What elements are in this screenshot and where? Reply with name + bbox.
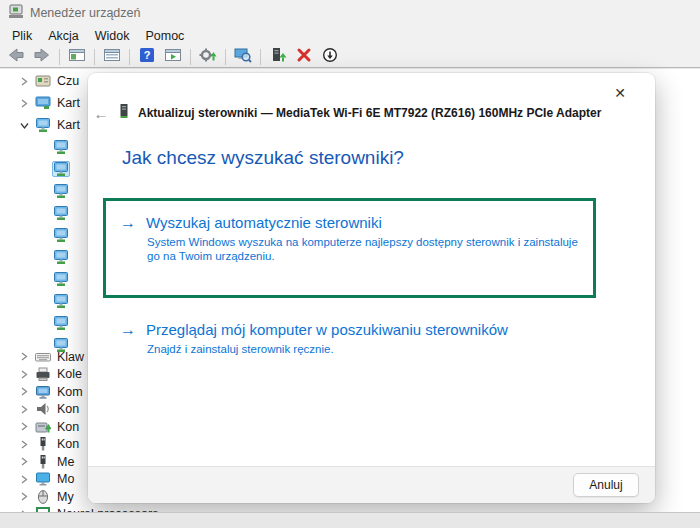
dialog-heading: Jak chcesz wyszukać sterowniki? [122,147,404,169]
update-drivers-dialog: ✕ ← Aktualizuj sterowniki — MediaTek Wi-… [88,73,655,503]
chevron-right-icon[interactable] [18,351,30,362]
chevron-down-icon[interactable] [18,120,30,131]
network-adapter-icon [52,271,70,287]
option-browse-computer[interactable]: → Przeglądaj mój komputer w poszukiwaniu… [103,320,596,356]
display-adapter-icon [34,95,52,111]
chevron-right-icon[interactable] [18,421,30,432]
uninstall-device-icon [295,47,313,67]
chevron-right-icon[interactable] [18,386,30,397]
usb-icon [34,436,52,452]
window-chrome: Menedżer urządzeń PlikAkcjaWidokPomoc ? [0,0,700,68]
driver-install-button[interactable] [266,47,290,67]
properties-icon [103,47,121,67]
update-driver-icon [199,47,217,67]
chevron-right-icon[interactable] [18,439,30,450]
option-search-automatically[interactable]: → Wyszukaj automatycznie sterowniki Syst… [103,198,596,298]
cancel-button[interactable]: Anuluj [573,473,639,497]
forward-icon [33,47,51,67]
keyboard-icon [34,349,52,365]
disable-device-icon [321,47,339,67]
toolbar-separator [94,49,95,65]
back-arrow-icon[interactable]: ← [92,105,110,122]
menu-item-akcja[interactable]: Akcja [40,27,87,45]
back-icon [7,47,25,67]
printer-icon [34,366,52,382]
network-adapter-icon [52,161,70,177]
chevron-right-icon[interactable] [18,76,30,87]
back-button[interactable] [4,47,28,67]
tree-item-label: Mo [57,472,74,486]
action-pane-button[interactable] [161,47,185,67]
update-driver-button[interactable] [196,47,220,67]
option-title[interactable]: Wyszukaj automatycznie sterowniki [146,213,382,233]
tree-item-label: Czu [57,74,79,88]
properties-button[interactable] [100,47,124,67]
svg-text:?: ? [144,49,151,61]
chevron-right-icon[interactable] [18,404,30,415]
menu-item-widok[interactable]: Widok [87,27,138,45]
monitor-icon [34,471,52,487]
toolbar-separator [225,49,226,65]
toolbar-separator [190,49,191,65]
toolbar: ? [0,46,700,68]
tree-item-label: Kon [57,402,79,416]
window-title: Menedżer urządzeń [30,6,140,20]
toolbar-separator [59,49,60,65]
uninstall-device-button[interactable] [292,47,316,67]
driver-install-icon [269,47,287,67]
dialog-footer: Anuluj [88,466,655,503]
tree-item-label: Kole [57,367,82,381]
menu-bar: PlikAkcjaWidokPomoc [0,26,700,46]
network-adapter-icon [52,249,70,265]
network-adapter-icon [52,139,70,155]
help-icon: ? [138,47,156,67]
network-adapter-icon [52,183,70,199]
arrow-right-icon: → [120,320,136,339]
window-bottom-edge [0,512,700,528]
computer-icon [34,384,52,400]
sensor-icon [34,73,52,89]
tree-item-label: Kom [57,385,83,399]
title-bar: Menedżer urządzeń [0,0,700,26]
mouse-icon [34,489,52,505]
console-tree-icon [68,47,86,67]
chevron-right-icon[interactable] [18,474,30,485]
chevron-right-icon[interactable] [18,369,30,380]
disable-device-button[interactable] [318,47,342,67]
close-icon[interactable]: ✕ [607,81,633,105]
device-manager-icon [8,3,24,23]
help-button[interactable]: ? [135,47,159,67]
tree-item-label: Kart [57,118,80,132]
storage-icon [34,419,52,435]
network-adapter-icon [52,315,70,331]
driver-icon [118,103,130,123]
network-adapter-icon [34,117,52,133]
tree-item-label: Klaw [57,350,84,364]
network-adapter-icon [52,227,70,243]
chevron-right-icon[interactable] [18,491,30,502]
option-title[interactable]: Przeglądaj mój komputer w poszukiwaniu s… [146,320,508,340]
menu-item-plik[interactable]: Plik [4,27,40,45]
dialog-title: Aktualizuj sterowniki — MediaTek Wi-Fi 6… [138,106,601,120]
tree-item-label: Me [57,455,74,469]
toolbar-separator [260,49,261,65]
forward-button[interactable] [30,47,54,67]
chevron-right-icon[interactable] [18,98,30,109]
option-description: System Windows wyszuka na komputerze naj… [147,235,579,263]
action-pane-icon [164,47,182,67]
option-description: Znajdź i zainstaluj sterownik ręcznie. [147,342,579,356]
screen: Menedżer urządzeń PlikAkcjaWidokPomoc ? … [0,0,700,528]
network-adapter-icon [52,205,70,221]
scan-hardware-icon [234,47,252,67]
console-tree-button[interactable] [65,47,89,67]
chevron-right-icon[interactable] [18,456,30,467]
tree-item-label: Kart [57,96,80,110]
usb-icon [34,454,52,470]
arrow-right-icon: → [120,213,136,232]
tree-item-label: My [57,490,74,504]
dialog-title-row: ← Aktualizuj sterowniki — MediaTek Wi-Fi… [92,103,601,123]
menu-item-pomoc[interactable]: Pomoc [137,27,192,45]
scan-hardware-button[interactable] [231,47,255,67]
toolbar-separator [129,49,130,65]
network-adapter-icon [52,293,70,309]
